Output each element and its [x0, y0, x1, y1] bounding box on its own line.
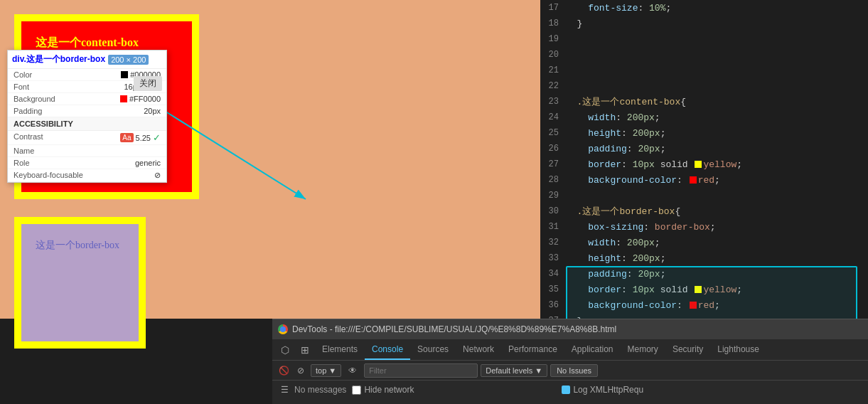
tab-security[interactable]: Security: [665, 339, 710, 360]
tab-memory[interactable]: Memory: [621, 339, 665, 360]
color-swatch: [121, 71, 128, 78]
accessibility-header: ACCESSIBILITY: [8, 117, 166, 131]
inspect-element-icon[interactable]: ⬡: [277, 341, 294, 358]
padding-value: 20px: [144, 107, 161, 115]
webpage-area: 这是一个content-box 这是一个border-box div.这是一个b…: [0, 0, 540, 319]
code-line-27: 27 border: 10px solid yellow;: [540, 156, 868, 172]
inspector-padding-row: Padding 20px: [8, 105, 166, 117]
log-checkbox-checked: [562, 386, 570, 394]
background-label: Background: [14, 95, 55, 103]
border-box-elem: 这是一个border-box: [14, 217, 146, 349]
inspector-size-badge: 200 × 200: [108, 55, 149, 65]
role-value: generic: [135, 159, 161, 167]
code-line-26: 26 padding: 20px;: [540, 141, 868, 156]
inspector-header: div.这是一个border-box 200 × 200: [8, 51, 166, 69]
keyboard-value: ⊘: [154, 171, 161, 180]
eye-icon[interactable]: 👁: [345, 363, 360, 378]
inspector-role-row: Role generic: [8, 157, 166, 169]
code-line-24: 24 width: 200px;: [540, 110, 868, 125]
code-line-17: 17 font-size: 10%;: [540, 0, 868, 16]
no-messages-text: No messages: [294, 385, 346, 395]
color-label: Color: [14, 70, 32, 79]
highlight-box: [566, 266, 857, 319]
inspector-contrast-row: Contrast Aa 5.25 ✓: [8, 131, 166, 145]
code-line-19: 19: [540, 31, 868, 47]
tab-sources[interactable]: Sources: [410, 339, 456, 360]
inspector-name-row: Name: [8, 145, 166, 157]
code-editor: 17 font-size: 10%; 18 } 19 20 21 22 23 .…: [540, 0, 868, 319]
log-xmlhttp-label[interactable]: Log XMLHttpRequ: [562, 385, 643, 395]
code-line-18: 18 }: [540, 16, 868, 31]
code-line-20: 20: [540, 47, 868, 63]
filter-input[interactable]: [364, 363, 478, 378]
devtools-bar: DevTools - file:///E:/COMPILE/SUBLIME/US…: [272, 319, 868, 404]
code-line-23: 23 .这是一个content-box{: [540, 94, 868, 110]
inspector-background-row: Background #FF0000: [8, 93, 166, 105]
tab-elements[interactable]: Elements: [315, 339, 365, 360]
inspector-popup: div.这是一个border-box 200 × 200 关闭 Color #0…: [7, 50, 167, 183]
inspector-element-name: div.这是一个border-box: [12, 53, 105, 65]
font-label: Font: [14, 83, 29, 91]
devtools-content: ☰ No messages Hide network Log XMLHttpRe…: [272, 381, 868, 399]
contrast-badge: Aa: [120, 133, 133, 142]
inspector-keyboard-row: Keyboard-focusable ⊘: [8, 169, 166, 182]
devtools-title-text: DevTools - file:///E:/COMPILE/SUBLIME/US…: [292, 324, 616, 334]
clear-console-icon[interactable]: 🚫: [277, 363, 291, 378]
devtools-tabs: ⬡ ⊞ Elements Console Sources Network Per…: [272, 339, 868, 361]
padding-label: Padding: [14, 107, 42, 115]
code-line-29: 29: [540, 188, 868, 203]
background-value: #FF0000: [120, 95, 161, 103]
no-issues-button[interactable]: No Issues: [550, 364, 598, 377]
list-icon: ☰: [281, 385, 289, 395]
devtools-toolbar: 🚫 ⊘ top ▼ 👁 Default levels ▼ No Issues: [272, 361, 868, 381]
role-label: Role: [14, 159, 30, 167]
inspector-close-button[interactable]: 关闭: [134, 76, 162, 91]
chevron-down-icon-2: ▼: [535, 366, 542, 375]
tab-network[interactable]: Network: [456, 339, 501, 360]
top-dropdown[interactable]: top ▼: [311, 364, 341, 377]
code-line-30: 30 .这是一个border-box{: [540, 203, 868, 219]
contrast-label: Contrast: [14, 132, 43, 143]
devtools-title-bar: DevTools - file:///E:/COMPILE/SUBLIME/US…: [272, 319, 868, 339]
keyboard-label: Keyboard-focusable: [14, 171, 83, 180]
pass-icon: ✓: [153, 132, 161, 143]
border-box-label: 这是一个border-box: [36, 238, 119, 253]
code-line-28: 28 background-color: red;: [540, 172, 868, 188]
code-line-33: 33 height: 200px;: [540, 250, 868, 266]
code-line-22: 22: [540, 78, 868, 94]
device-toggle-icon[interactable]: ⊞: [296, 341, 314, 358]
tab-performance[interactable]: Performance: [501, 339, 564, 360]
code-line-32: 32 width: 200px;: [540, 235, 868, 250]
tab-console[interactable]: Console: [365, 339, 410, 360]
background-swatch: [120, 95, 127, 102]
chrome-icon: [278, 324, 288, 334]
content-box-label: 这是一个content-box: [36, 36, 139, 51]
code-line-21: 21: [540, 63, 868, 78]
hide-network-label[interactable]: Hide network: [352, 385, 414, 395]
default-levels-button[interactable]: Default levels ▼: [481, 364, 547, 377]
tab-application[interactable]: Application: [564, 339, 621, 360]
code-line-31: 31 box-sizing: border-box;: [540, 219, 868, 235]
red-swatch-28: [690, 176, 697, 184]
name-label: Name: [14, 147, 34, 155]
code-line-25: 25 height: 200px;: [540, 125, 868, 141]
hide-network-checkbox[interactable]: [352, 386, 361, 395]
contrast-value: Aa 5.25 ✓: [120, 132, 161, 143]
tab-lighthouse[interactable]: Lighthouse: [710, 339, 766, 360]
yellow-swatch-27: [695, 161, 702, 168]
chevron-down-icon: ▼: [328, 366, 336, 375]
filter-icon[interactable]: ⊘: [294, 363, 308, 378]
